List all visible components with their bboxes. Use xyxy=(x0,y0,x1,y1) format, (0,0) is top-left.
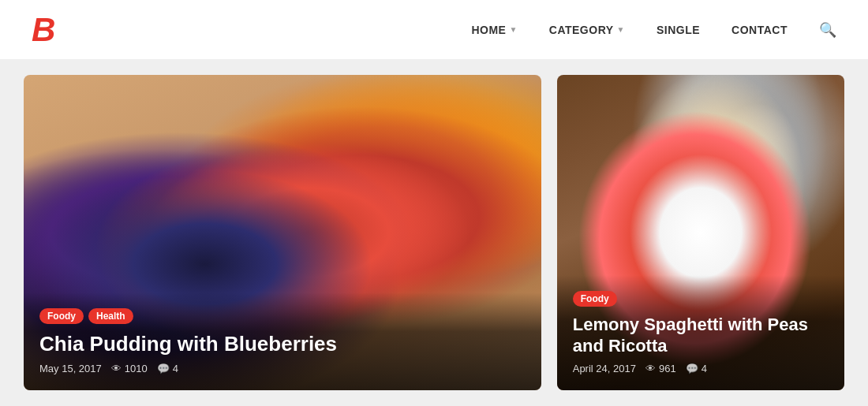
nav-home[interactable]: HOME ▼ xyxy=(471,24,517,36)
card-1-tags: Foody Health xyxy=(39,308,526,324)
card-1-views: 👁 1010 xyxy=(111,363,148,374)
featured-card-1[interactable]: Foody Health Chia Pudding with Blueberri… xyxy=(24,75,541,390)
tag-foody-2[interactable]: Foody xyxy=(573,291,617,307)
comment-icon: 💬 xyxy=(157,363,170,374)
card-1-overlay: Foody Health Chia Pudding with Blueberri… xyxy=(24,292,541,390)
card-1-date: May 15, 2017 xyxy=(39,363,102,374)
nav-single[interactable]: SINGLE xyxy=(657,24,700,36)
card-2-comments: 💬 4 xyxy=(686,363,707,374)
nav-contact[interactable]: CONTACT xyxy=(731,24,788,36)
card-2-overlay: Foody Lemony Spaghetti with Peas and Ric… xyxy=(557,275,844,390)
tag-health-1[interactable]: Health xyxy=(88,308,133,324)
card-2-title[interactable]: Lemony Spaghetti with Peas and Ricotta xyxy=(573,315,829,356)
views-icon-2: 👁 xyxy=(645,363,656,374)
nav-category[interactable]: CATEGORY ▼ xyxy=(549,24,625,36)
card-2-meta: April 24, 2017 👁 961 💬 4 xyxy=(573,363,829,374)
main-nav: HOME ▼ CATEGORY ▼ SINGLE CONTACT 🔍 xyxy=(471,21,836,39)
search-icon[interactable]: 🔍 xyxy=(819,21,836,39)
views-icon: 👁 xyxy=(111,363,122,374)
card-2-date: April 24, 2017 xyxy=(573,363,636,374)
category-chevron-icon: ▼ xyxy=(617,25,625,34)
card-2-views: 👁 961 xyxy=(645,363,676,374)
logo[interactable]: B xyxy=(32,13,55,47)
tag-foody-1[interactable]: Foody xyxy=(39,308,84,324)
site-header: B HOME ▼ CATEGORY ▼ SINGLE CONTACT 🔍 xyxy=(0,0,868,59)
main-content: Foody Health Chia Pudding with Blueberri… xyxy=(0,59,868,406)
comment-icon-2: 💬 xyxy=(686,363,698,374)
home-chevron-icon: ▼ xyxy=(509,25,517,34)
card-2-tags: Foody xyxy=(573,291,829,307)
featured-card-2[interactable]: Foody Lemony Spaghetti with Peas and Ric… xyxy=(557,75,844,390)
card-1-title[interactable]: Chia Pudding with Blueberries xyxy=(39,332,526,356)
card-1-comments: 💬 4 xyxy=(157,363,178,374)
card-1-meta: May 15, 2017 👁 1010 💬 4 xyxy=(39,363,526,374)
